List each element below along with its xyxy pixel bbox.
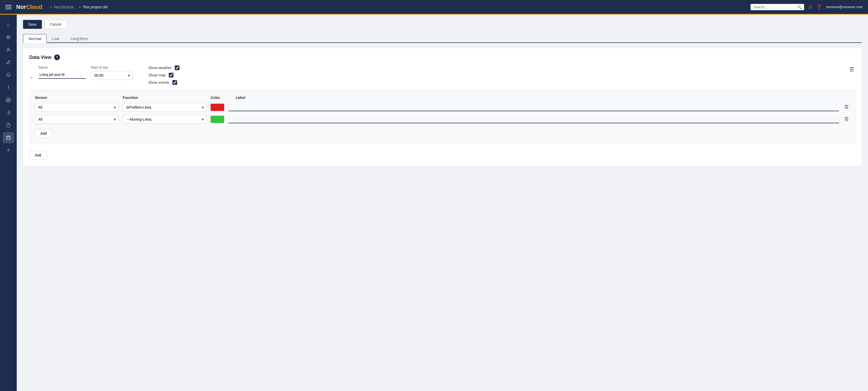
color-col-header: Color (211, 95, 231, 100)
toolbar: Save Cancel (23, 20, 862, 29)
svg-point-1 (6, 98, 11, 102)
color-picker-2[interactable] (211, 116, 224, 123)
function-select-1[interactable]: ΔProfileA-LAeq →Moving-LAeq LAeq (123, 103, 207, 112)
expand-arrow[interactable]: ⌄ (29, 74, 33, 80)
tab-live[interactable]: Live (46, 34, 65, 43)
sensor-row-1: All Sensor 1 ▾ ΔProfileA-LAeq →Moving-LA… (35, 103, 850, 112)
tab-longterm[interactable]: LongTerm (65, 34, 93, 43)
function-select-wrap-1: ΔProfileA-LAeq →Moving-LAeq LAeq ▾ (123, 103, 207, 112)
sidebar-item-compass[interactable] (3, 94, 14, 106)
sidebar-item-settings[interactable]: ⚙ (3, 31, 14, 43)
start-of-day-select[interactable]: 00:00 01:00 02:00 06:00 (91, 71, 133, 80)
cancel-button[interactable]: Cancel (44, 20, 67, 29)
label-col-header: Label (236, 95, 850, 100)
add-row-button[interactable]: Add (35, 129, 52, 138)
user-email: norcloud@norsonic.com (826, 5, 863, 9)
topnav: NorCloud ‹ NorCloud te... > Test project… (0, 0, 868, 14)
bottom-add-section: Add (29, 149, 856, 160)
checkbox-group: Show weather Show map Show events (148, 65, 180, 85)
data-view-card: Data View ? ⌄ Name Start of day 00:00 (23, 48, 862, 166)
name-input[interactable] (38, 71, 86, 79)
show-map-checkbox[interactable] (169, 73, 174, 78)
sensor-select-2[interactable]: All Sensor 1 (35, 115, 119, 124)
main-content: Save Cancel Normal Live LongTerm Data Vi… (17, 14, 868, 391)
name-field-group: Name (38, 65, 86, 79)
sensor-select-1[interactable]: All Sensor 1 (35, 103, 119, 112)
search-box: 🔍 (750, 4, 804, 10)
card-title: Data View ? (29, 54, 856, 60)
add-view-button[interactable]: Add (29, 151, 47, 160)
sensor-table-card: Sensor Function Color Label All Sensor 1… (29, 90, 856, 143)
sidebar-item-alert[interactable]: ! (3, 82, 14, 93)
sidebar-item-edit[interactable] (3, 57, 14, 68)
color-picker-1[interactable] (211, 103, 224, 111)
function-col-header: Function (123, 95, 207, 100)
show-weather-label: Show weather (148, 66, 172, 70)
sidebar-item-user[interactable] (3, 44, 14, 56)
delete-row-2-icon[interactable] (843, 115, 850, 123)
breadcrumb: ‹ NorCloud te... > Test project old (50, 4, 750, 10)
sidebar-item-bell[interactable] (3, 69, 14, 81)
sidebar-item-add[interactable]: + (3, 145, 14, 156)
breadcrumb-current: Test project old (83, 5, 107, 9)
start-of-day-label: Start of day (91, 65, 133, 69)
sidebar: ⌂ ⚙ ! + (0, 14, 17, 391)
sidebar-item-calendar[interactable] (3, 132, 14, 143)
sidebar-item-document[interactable] (3, 119, 14, 131)
breadcrumb-parent: NorCloud te... (54, 5, 76, 9)
function-select-2[interactable]: ΔProfileA-LAeq →Moving-LAeq LAeq (123, 115, 207, 124)
breadcrumb-back-arrow[interactable]: ‹ (50, 4, 52, 10)
tab-normal[interactable]: Normal (23, 34, 46, 43)
show-events-row: Show events (148, 80, 180, 85)
search-input[interactable] (753, 5, 795, 9)
label-input-1[interactable] (228, 103, 839, 111)
show-map-row: Show map (148, 73, 180, 78)
tabs: Normal Live LongTerm (23, 34, 862, 43)
sensor-col-header: Sensor (35, 95, 119, 100)
show-events-checkbox[interactable] (173, 80, 177, 85)
search-icon: 🔍 (797, 5, 802, 9)
app-logo: NorCloud (16, 4, 42, 10)
sensor-select-wrap-1: All Sensor 1 ▾ (35, 103, 119, 112)
sensor-select-wrap-2: All Sensor 1 ▾ (35, 115, 119, 124)
breadcrumb-separator: > (79, 5, 81, 9)
data-view-help-icon[interactable]: ? (54, 54, 60, 60)
sensor-row-2: All Sensor 1 ▾ ΔProfileA-LAeq →Moving-LA… (35, 115, 850, 124)
function-select-wrap-2: ΔProfileA-LAeq →Moving-LAeq LAeq ▾ (123, 115, 207, 124)
hamburger-menu[interactable] (5, 5, 11, 9)
svg-rect-9 (6, 136, 10, 140)
help-icon[interactable]: ❓ (816, 4, 822, 10)
delete-row-1-icon[interactable] (843, 103, 850, 112)
svg-point-0 (8, 48, 9, 50)
svg-marker-2 (7, 99, 9, 101)
name-label: Name (38, 65, 86, 69)
sidebar-item-home[interactable]: ⌂ (3, 19, 14, 30)
warning-icon[interactable]: ⚠ (808, 4, 812, 10)
data-view-form: ⌄ Name Start of day 00:00 01:00 02:00 06… (29, 65, 856, 85)
save-button[interactable]: Save (23, 20, 42, 29)
topnav-right: 🔍 ⚠ ❓ norcloud@norsonic.com (750, 4, 863, 10)
show-map-label: Show map (148, 73, 165, 77)
sidebar-item-list[interactable] (3, 107, 14, 118)
table-header: Sensor Function Color Label (35, 95, 850, 100)
start-of-day-select-wrap: 00:00 01:00 02:00 06:00 ▾ (91, 71, 133, 80)
show-events-label: Show events (148, 80, 169, 85)
show-weather-row: Show weather (148, 65, 180, 70)
show-weather-checkbox[interactable] (175, 65, 180, 70)
start-of-day-group: Start of day 00:00 01:00 02:00 06:00 ▾ (91, 65, 133, 80)
delete-data-view-icon[interactable] (848, 65, 856, 74)
topnav-icons: ⚠ ❓ (808, 4, 822, 10)
label-input-2[interactable] (228, 115, 839, 123)
